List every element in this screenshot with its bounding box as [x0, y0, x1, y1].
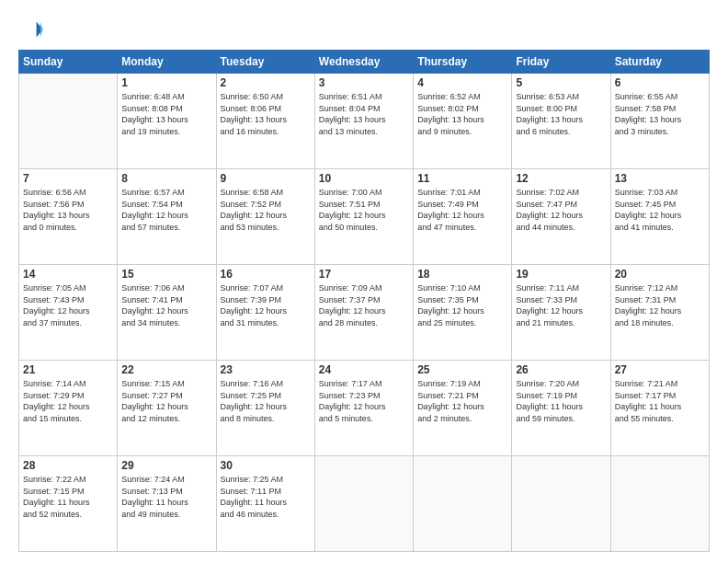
calendar-cell: 26Sunrise: 7:20 AM Sunset: 7:19 PM Dayli… — [512, 361, 610, 456]
day-number: 6 — [615, 76, 705, 89]
day-number: 23 — [221, 363, 311, 376]
day-number: 30 — [221, 459, 311, 472]
day-number: 28 — [23, 459, 113, 472]
col-sunday: Sunday — [19, 51, 118, 74]
calendar-cell: 12Sunrise: 7:02 AM Sunset: 7:47 PM Dayli… — [512, 169, 610, 265]
calendar-cell: 24Sunrise: 7:17 AM Sunset: 7:23 PM Dayli… — [314, 361, 413, 456]
day-info: Sunrise: 7:22 AM Sunset: 7:15 PM Dayligh… — [23, 474, 113, 520]
calendar-cell: 11Sunrise: 7:01 AM Sunset: 7:49 PM Dayli… — [414, 169, 512, 265]
day-number: 24 — [319, 363, 409, 376]
day-info: Sunrise: 7:07 AM Sunset: 7:39 PM Dayligh… — [221, 282, 311, 328]
calendar-cell: 14Sunrise: 7:05 AM Sunset: 7:43 PM Dayli… — [19, 265, 118, 361]
day-number: 20 — [615, 268, 705, 281]
calendar-cell: 1Sunrise: 6:48 AM Sunset: 8:08 PM Daylig… — [118, 74, 216, 169]
calendar-cell: 10Sunrise: 7:00 AM Sunset: 7:51 PM Dayli… — [314, 169, 413, 265]
day-info: Sunrise: 7:20 AM Sunset: 7:19 PM Dayligh… — [516, 378, 606, 424]
day-info: Sunrise: 7:25 AM Sunset: 7:11 PM Dayligh… — [221, 474, 311, 520]
calendar-cell: 28Sunrise: 7:22 AM Sunset: 7:15 PM Dayli… — [19, 456, 118, 552]
calendar-cell — [610, 456, 709, 552]
calendar-cell: 6Sunrise: 6:55 AM Sunset: 7:58 PM Daylig… — [610, 74, 709, 169]
calendar-cell: 22Sunrise: 7:15 AM Sunset: 7:27 PM Dayli… — [118, 361, 216, 456]
calendar-week-row: 14Sunrise: 7:05 AM Sunset: 7:43 PM Dayli… — [19, 265, 710, 361]
calendar-cell — [19, 74, 118, 169]
day-info: Sunrise: 6:57 AM Sunset: 7:54 PM Dayligh… — [121, 187, 211, 233]
calendar-cell: 15Sunrise: 7:06 AM Sunset: 7:41 PM Dayli… — [118, 265, 216, 361]
day-number: 15 — [121, 268, 211, 281]
col-saturday: Saturday — [610, 51, 709, 74]
calendar-cell: 27Sunrise: 7:21 AM Sunset: 7:17 PM Dayli… — [610, 361, 709, 456]
col-friday: Friday — [512, 51, 610, 74]
calendar-cell: 29Sunrise: 7:24 AM Sunset: 7:13 PM Dayli… — [118, 456, 216, 552]
logo — [18, 17, 48, 42]
calendar-cell: 25Sunrise: 7:19 AM Sunset: 7:21 PM Dayli… — [414, 361, 512, 456]
calendar-header-row: Sunday Monday Tuesday Wednesday Thursday… — [19, 51, 710, 74]
day-info: Sunrise: 7:00 AM Sunset: 7:51 PM Dayligh… — [319, 187, 409, 233]
calendar-cell: 4Sunrise: 6:52 AM Sunset: 8:02 PM Daylig… — [414, 74, 512, 169]
day-number: 25 — [417, 363, 507, 376]
day-number: 3 — [319, 76, 409, 89]
page: Sunday Monday Tuesday Wednesday Thursday… — [0, 0, 728, 563]
calendar-cell: 5Sunrise: 6:53 AM Sunset: 8:00 PM Daylig… — [512, 74, 610, 169]
calendar-cell — [512, 456, 610, 552]
calendar-cell: 7Sunrise: 6:56 AM Sunset: 7:56 PM Daylig… — [19, 169, 118, 265]
day-info: Sunrise: 7:03 AM Sunset: 7:45 PM Dayligh… — [615, 187, 705, 233]
calendar-cell — [314, 456, 413, 552]
day-number: 1 — [121, 76, 211, 89]
calendar-cell: 17Sunrise: 7:09 AM Sunset: 7:37 PM Dayli… — [314, 265, 413, 361]
calendar-cell: 20Sunrise: 7:12 AM Sunset: 7:31 PM Dayli… — [610, 265, 709, 361]
day-info: Sunrise: 6:55 AM Sunset: 7:58 PM Dayligh… — [615, 91, 705, 137]
calendar-cell: 8Sunrise: 6:57 AM Sunset: 7:54 PM Daylig… — [118, 169, 216, 265]
calendar-cell: 23Sunrise: 7:16 AM Sunset: 7:25 PM Dayli… — [216, 361, 314, 456]
day-number: 2 — [221, 76, 311, 89]
calendar-cell — [414, 456, 512, 552]
day-number: 7 — [23, 172, 113, 185]
day-number: 27 — [615, 363, 705, 376]
day-info: Sunrise: 7:19 AM Sunset: 7:21 PM Dayligh… — [417, 378, 507, 424]
day-number: 14 — [23, 268, 113, 281]
calendar-cell: 2Sunrise: 6:50 AM Sunset: 8:06 PM Daylig… — [216, 74, 314, 169]
day-number: 17 — [319, 268, 409, 281]
col-wednesday: Wednesday — [314, 51, 413, 74]
day-number: 5 — [516, 76, 606, 89]
day-info: Sunrise: 7:21 AM Sunset: 7:17 PM Dayligh… — [615, 378, 705, 424]
day-info: Sunrise: 7:06 AM Sunset: 7:41 PM Dayligh… — [121, 282, 211, 328]
day-number: 13 — [615, 172, 705, 185]
calendar-cell: 18Sunrise: 7:10 AM Sunset: 7:35 PM Dayli… — [414, 265, 512, 361]
day-number: 16 — [221, 268, 311, 281]
day-number: 12 — [516, 172, 606, 185]
calendar-cell: 21Sunrise: 7:14 AM Sunset: 7:29 PM Dayli… — [19, 361, 118, 456]
calendar-week-row: 1Sunrise: 6:48 AM Sunset: 8:08 PM Daylig… — [19, 74, 710, 169]
day-number: 11 — [417, 172, 507, 185]
day-info: Sunrise: 6:48 AM Sunset: 8:08 PM Dayligh… — [121, 91, 211, 137]
calendar: Sunday Monday Tuesday Wednesday Thursday… — [18, 50, 710, 552]
col-monday: Monday — [118, 51, 216, 74]
day-info: Sunrise: 7:01 AM Sunset: 7:49 PM Dayligh… — [417, 187, 507, 233]
day-info: Sunrise: 7:12 AM Sunset: 7:31 PM Dayligh… — [615, 282, 705, 328]
day-info: Sunrise: 6:58 AM Sunset: 7:52 PM Dayligh… — [221, 187, 311, 233]
day-info: Sunrise: 7:05 AM Sunset: 7:43 PM Dayligh… — [23, 282, 113, 328]
calendar-week-row: 7Sunrise: 6:56 AM Sunset: 7:56 PM Daylig… — [19, 169, 710, 265]
day-info: Sunrise: 7:24 AM Sunset: 7:13 PM Dayligh… — [121, 474, 211, 520]
day-info: Sunrise: 7:14 AM Sunset: 7:29 PM Dayligh… — [23, 378, 113, 424]
day-number: 10 — [319, 172, 409, 185]
logo-icon — [18, 17, 44, 42]
day-number: 19 — [516, 268, 606, 281]
calendar-cell: 16Sunrise: 7:07 AM Sunset: 7:39 PM Dayli… — [216, 265, 314, 361]
day-info: Sunrise: 6:56 AM Sunset: 7:56 PM Dayligh… — [23, 187, 113, 233]
day-number: 21 — [23, 363, 113, 376]
day-info: Sunrise: 7:09 AM Sunset: 7:37 PM Dayligh… — [319, 282, 409, 328]
day-info: Sunrise: 7:15 AM Sunset: 7:27 PM Dayligh… — [121, 378, 211, 424]
calendar-week-row: 21Sunrise: 7:14 AM Sunset: 7:29 PM Dayli… — [19, 361, 710, 456]
day-number: 18 — [417, 268, 507, 281]
col-thursday: Thursday — [414, 51, 512, 74]
calendar-cell: 3Sunrise: 6:51 AM Sunset: 8:04 PM Daylig… — [314, 74, 413, 169]
calendar-cell: 13Sunrise: 7:03 AM Sunset: 7:45 PM Dayli… — [610, 169, 709, 265]
calendar-cell: 30Sunrise: 7:25 AM Sunset: 7:11 PM Dayli… — [216, 456, 314, 552]
day-info: Sunrise: 6:50 AM Sunset: 8:06 PM Dayligh… — [221, 91, 311, 137]
day-info: Sunrise: 6:51 AM Sunset: 8:04 PM Dayligh… — [319, 91, 409, 137]
day-number: 4 — [417, 76, 507, 89]
day-info: Sunrise: 7:16 AM Sunset: 7:25 PM Dayligh… — [221, 378, 311, 424]
header — [18, 17, 710, 42]
day-info: Sunrise: 6:52 AM Sunset: 8:02 PM Dayligh… — [417, 91, 507, 137]
day-number: 29 — [121, 459, 211, 472]
